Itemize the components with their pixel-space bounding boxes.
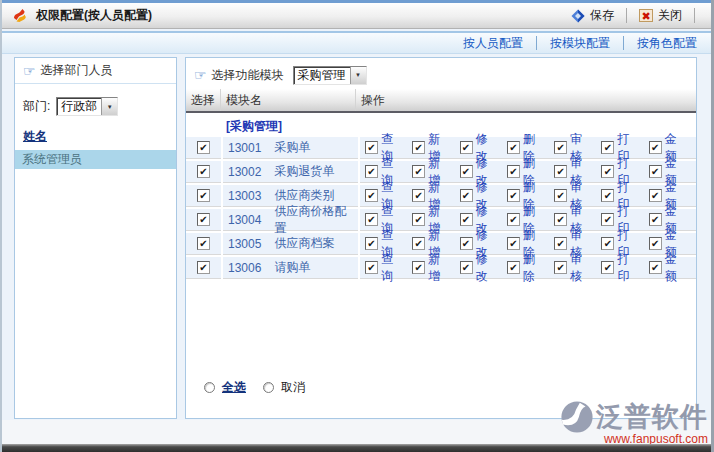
category-label: [采购管理] bbox=[226, 118, 282, 135]
titlebar-actions: 保存 ✖ 关闭 bbox=[567, 5, 703, 26]
operation-label[interactable]: 修改 bbox=[476, 251, 499, 285]
select-all-radio[interactable] bbox=[204, 382, 215, 393]
sidebar-header: ☞ 选择部门人员 bbox=[15, 58, 176, 84]
module-cell: 13004 供应商价格配置 bbox=[223, 209, 358, 231]
department-select-value: 行政部 bbox=[61, 98, 97, 115]
select-all-label[interactable]: 全选 bbox=[222, 379, 246, 396]
operation-checkbox[interactable]: ✔ bbox=[460, 213, 473, 226]
save-button[interactable]: 保存 bbox=[567, 5, 618, 26]
operation-checkbox[interactable]: ✔ bbox=[649, 165, 662, 178]
member-list-item-selected[interactable]: 系统管理员 bbox=[15, 150, 176, 169]
operation-label[interactable]: 查询 bbox=[381, 251, 404, 285]
title-bar: 权限配置(按人员配置) 保存 ✖ 关闭 bbox=[2, 3, 711, 29]
module-cell: 13005 供应商档案 bbox=[223, 233, 358, 255]
pointer-hand-icon: ☞ bbox=[23, 65, 36, 77]
cancel-radio[interactable] bbox=[263, 382, 274, 393]
operation-checkbox[interactable]: ✔ bbox=[507, 165, 520, 178]
row-select-checkbox[interactable]: ✔ bbox=[197, 237, 210, 250]
department-person-panel: ☞ 选择部门人员 部门: 行政部 ▼ 姓名 系统管理员 bbox=[14, 57, 177, 419]
operation-checkbox[interactable]: ✔ bbox=[554, 141, 567, 154]
row-select-cell: ✔ bbox=[186, 209, 221, 231]
operation-checkbox[interactable]: ✔ bbox=[601, 141, 614, 154]
row-select-checkbox[interactable]: ✔ bbox=[197, 141, 210, 154]
operation-checkbox[interactable]: ✔ bbox=[507, 261, 520, 274]
row-select-checkbox[interactable]: ✔ bbox=[197, 189, 210, 202]
module-name: 采购退货单 bbox=[274, 163, 334, 180]
operation-item: ✔修改 bbox=[460, 251, 499, 285]
department-row: 部门: 行政部 ▼ bbox=[23, 97, 176, 116]
tab-by-module[interactable]: 按模块配置 bbox=[546, 35, 614, 52]
module-cell: 13002 采购退货单 bbox=[223, 161, 358, 183]
operation-checkbox[interactable]: ✔ bbox=[460, 165, 473, 178]
module-name: 供应商价格配置 bbox=[274, 203, 358, 237]
row-select-checkbox[interactable]: ✔ bbox=[197, 165, 210, 178]
operation-checkbox[interactable]: ✔ bbox=[554, 213, 567, 226]
module-permission-panel: ☞ 选择功能模块 采购管理 ▼ 选择 模块名 操作 [采购管理] ✔ 13001… bbox=[185, 57, 697, 419]
operation-checkbox[interactable]: ✔ bbox=[601, 189, 614, 202]
operation-label[interactable]: 新增 bbox=[428, 251, 451, 285]
operation-checkbox[interactable]: ✔ bbox=[412, 141, 425, 154]
operation-checkbox[interactable]: ✔ bbox=[365, 237, 378, 250]
module-group-select[interactable]: 采购管理 ▼ bbox=[293, 66, 367, 85]
table-footer: 全选 取消 bbox=[204, 379, 305, 396]
operation-checkbox[interactable]: ✔ bbox=[460, 237, 473, 250]
tab-by-role[interactable]: 按角色配置 bbox=[633, 35, 701, 52]
row-select-cell: ✔ bbox=[186, 257, 221, 279]
operation-label[interactable]: 审核 bbox=[570, 251, 593, 285]
operation-checkbox[interactable]: ✔ bbox=[460, 141, 473, 154]
operation-checkbox[interactable]: ✔ bbox=[365, 165, 378, 178]
operation-checkbox[interactable]: ✔ bbox=[507, 237, 520, 250]
operation-checkbox[interactable]: ✔ bbox=[554, 237, 567, 250]
operation-checkbox[interactable]: ✔ bbox=[649, 213, 662, 226]
save-diamond-icon bbox=[571, 9, 585, 23]
operation-checkbox[interactable]: ✔ bbox=[365, 189, 378, 202]
separator bbox=[623, 36, 624, 50]
operation-checkbox[interactable]: ✔ bbox=[649, 141, 662, 154]
operation-checkbox[interactable]: ✔ bbox=[460, 189, 473, 202]
operation-checkbox[interactable]: ✔ bbox=[507, 141, 520, 154]
operation-checkbox[interactable]: ✔ bbox=[460, 261, 473, 274]
operation-label[interactable]: 打印 bbox=[617, 251, 640, 285]
operation-checkbox[interactable]: ✔ bbox=[554, 261, 567, 274]
row-select-checkbox[interactable]: ✔ bbox=[197, 213, 210, 226]
module-table-body: ✔ 13001 采购单 ✔查询✔新增✔修改✔删除✔审核✔打印✔金额 ✔ 1300… bbox=[186, 137, 696, 281]
operation-label[interactable]: 金额 bbox=[665, 251, 688, 285]
operation-checkbox[interactable]: ✔ bbox=[365, 261, 378, 274]
operation-checkbox[interactable]: ✔ bbox=[601, 237, 614, 250]
operation-checkbox[interactable]: ✔ bbox=[601, 165, 614, 178]
operation-checkbox[interactable]: ✔ bbox=[412, 165, 425, 178]
operation-item: ✔删除 bbox=[507, 251, 546, 285]
separator bbox=[536, 36, 537, 50]
operation-checkbox[interactable]: ✔ bbox=[365, 141, 378, 154]
pointer-hand-icon: ☞ bbox=[194, 69, 207, 81]
operation-item: ✔查询 bbox=[365, 251, 404, 285]
operation-checkbox[interactable]: ✔ bbox=[554, 189, 567, 202]
module-code: 13002 bbox=[228, 165, 261, 179]
operation-checkbox[interactable]: ✔ bbox=[412, 261, 425, 274]
fanpu-logo-icon bbox=[560, 400, 594, 434]
save-label: 保存 bbox=[590, 7, 614, 24]
operation-checkbox[interactable]: ✔ bbox=[412, 189, 425, 202]
tab-by-person[interactable]: 按人员配置 bbox=[459, 35, 527, 52]
operation-checkbox[interactable]: ✔ bbox=[507, 213, 520, 226]
operation-checkbox[interactable]: ✔ bbox=[365, 213, 378, 226]
operation-checkbox[interactable]: ✔ bbox=[649, 237, 662, 250]
operation-checkbox[interactable]: ✔ bbox=[412, 213, 425, 226]
operation-checkbox[interactable]: ✔ bbox=[601, 261, 614, 274]
name-column-header[interactable]: 姓名 bbox=[23, 128, 47, 145]
permission-config-window: 权限配置(按人员配置) 保存 ✖ 关闭 按人员配置 按模块配置 按角色配置 bbox=[0, 0, 714, 452]
operation-checkbox[interactable]: ✔ bbox=[649, 189, 662, 202]
row-select-checkbox[interactable]: ✔ bbox=[197, 261, 210, 274]
operation-item: ✔新增 bbox=[412, 251, 451, 285]
cancel-label[interactable]: 取消 bbox=[281, 379, 305, 396]
app-icon bbox=[12, 8, 28, 24]
operation-checkbox[interactable]: ✔ bbox=[412, 237, 425, 250]
operation-checkbox[interactable]: ✔ bbox=[507, 189, 520, 202]
vendor-logo-row: 泛普软件 bbox=[556, 400, 708, 434]
operation-label[interactable]: 删除 bbox=[523, 251, 546, 285]
operation-checkbox[interactable]: ✔ bbox=[554, 165, 567, 178]
close-button[interactable]: ✖ 关闭 bbox=[635, 5, 686, 26]
operation-checkbox[interactable]: ✔ bbox=[649, 261, 662, 274]
department-select[interactable]: 行政部 ▼ bbox=[56, 97, 118, 116]
operation-checkbox[interactable]: ✔ bbox=[601, 213, 614, 226]
